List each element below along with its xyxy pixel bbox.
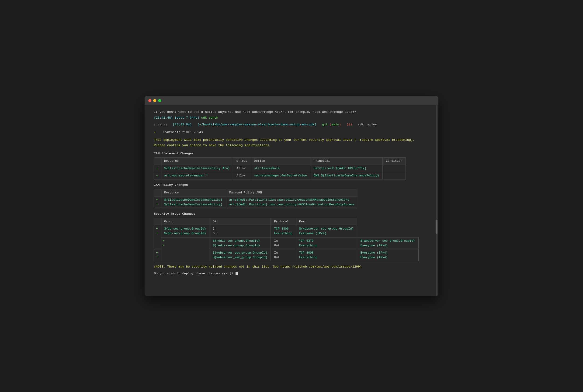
synth-timestamp: [23:41:48] <box>154 116 173 120</box>
synthesis-line: ✦ Synthesis time: 2.94s <box>154 130 429 135</box>
iam-stmt-action-1: sts:AssumeRole <box>251 165 310 172</box>
sg-peer-redis: ${webserver_sec_group.GroupId}Everyone (… <box>357 237 418 249</box>
sg-group-redis: ${redis-sec-group.GroupId}${redis-sec-gr… <box>209 237 271 249</box>
security-group-table: Group Dir Protocol Peer ++ ${db-sec-grou… <box>154 218 419 261</box>
git-label: git <box>322 123 328 126</box>
iam-stmt-col-action: Action <box>251 158 310 165</box>
terminal-window: If you don't want to see a notice anymor… <box>145 96 438 296</box>
sg-col-peer: Peer <box>296 218 357 225</box>
deploy-cmd: cdk deploy <box>358 123 377 126</box>
iam-stmt-plus-2: + <box>154 172 161 179</box>
scrollbar-track[interactable] <box>436 105 437 296</box>
sg-col-dir: Dir <box>209 218 271 225</box>
sg-dir-redis: InOut <box>271 237 296 249</box>
iam-policy-header: IAM Policy Changes <box>154 183 429 188</box>
iam-statement-header: IAM Statement Changes <box>154 151 429 156</box>
iam-pol-plus-1: ++ <box>154 196 161 208</box>
cursor <box>236 272 238 275</box>
sg-peer-db: ${webserver_sec_group.GroupId}Everyone (… <box>296 225 357 237</box>
spark-icon: ✦ <box>154 130 156 134</box>
note-line: (NOTE: There may be security-related cha… <box>154 264 429 270</box>
iam-pol-arn-1: arn:${AWS::Partition}:iam::aws:policy/Am… <box>226 196 358 208</box>
deploy-path: [~/hantzlabs/aws-samples/amazon-elastica… <box>197 123 316 126</box>
sg-dir-webserver: InOut <box>271 249 296 261</box>
sg-dir-db: InOut <box>209 225 271 237</box>
iam-stmt-col-effect: Effect <box>233 158 251 165</box>
iam-stmt-action-2: secretsmanager:GetSecretValue <box>251 172 310 179</box>
iam-pol-col-resource: Resource <box>161 189 226 196</box>
iam-stmt-condition-1 <box>382 165 405 172</box>
sg-row-db-in: ++ ${db-sec-group.GroupId}${db-sec-group… <box>154 225 419 237</box>
iam-pol-col-arn: Managed Policy ARN <box>226 189 358 196</box>
deploy-timestamp: [23:42:04] <box>173 123 192 126</box>
iam-stmt-row-2: + arn:aws:secretsmanager:* Allow secrets… <box>154 172 406 179</box>
terminal-body: If you don't want to see a notice anymor… <box>145 105 438 283</box>
synth-timestamp-line: [23:41:48] [cost 7.344s] cdk synth <box>154 116 429 120</box>
titlebar <box>145 96 438 105</box>
iam-stmt-effect-2: Allow <box>233 172 251 179</box>
iam-stmt-principal-1: Service:ec2.${AWS::URLSuffix} <box>310 165 382 172</box>
sg-group-db: ${db-sec-group.GroupId}${db-sec-group.Gr… <box>161 225 209 237</box>
sg-col-plus <box>154 218 161 225</box>
iam-stmt-resource-2: arn:aws:secretsmanager:* <box>161 172 233 179</box>
iam-stmt-effect-1: Allow <box>233 165 251 172</box>
iam-stmt-resource-1: ${ElasticacheDemoInstancePolicy.Arn} <box>161 165 233 172</box>
warning-line-2: Please confirm you intend to make the fo… <box>154 143 429 148</box>
scrollbar-thumb[interactable] <box>436 220 437 234</box>
minimize-button[interactable] <box>153 99 156 102</box>
iam-stmt-condition-2 <box>382 172 405 179</box>
git-branch-name: main <box>332 123 339 126</box>
venv-label: (.venv) <box>154 123 167 126</box>
sg-plus-webserver: ++ <box>154 249 161 261</box>
sg-col-protocol: Protocol <box>271 218 296 225</box>
synthesis-time: Synthesis time: 2.94s <box>164 130 203 134</box>
synth-cmd: cdk synth <box>201 116 218 120</box>
iam-pol-col-plus <box>154 189 161 196</box>
iam-pol-resource-1: ${ElasticacheDemoInstancePolicy}${Elasti… <box>161 196 226 208</box>
sg-plus-db: ++ <box>154 225 161 249</box>
warning-line-1: This deployment will make potentially se… <box>154 138 429 143</box>
iam-policy-table: Resource Managed Policy ARN ++ ${Elastic… <box>154 189 358 208</box>
deploy-cmd-line: (.venv) [23:42:04] [~/hantzlabs/aws-samp… <box>154 122 429 127</box>
iam-stmt-col-resource: Resource <box>161 158 233 165</box>
sg-protocol-db: TCP 3306Everything <box>271 225 296 237</box>
iam-stmt-principal-2: AWS:${ElasticacheDemoInstancePolicy} <box>310 172 382 179</box>
iam-stmt-col-plus <box>154 158 161 165</box>
sg-col-group: Group <box>161 218 209 225</box>
maximize-button[interactable] <box>158 99 161 102</box>
sg-row-redis: ++ ${redis-sec-group.GroupId}${redis-sec… <box>154 237 419 249</box>
sg-protocol-webserver: TCP 8008Everything <box>296 249 357 261</box>
iam-statement-table: Resource Effect Action Principal Conditi… <box>154 157 406 179</box>
security-group-header: Security Group Changes <box>154 212 429 216</box>
sg-group-webserver: ${webserver_sec_group.GroupId}${webserve… <box>209 249 271 261</box>
git-arrows: ❯❯❯ <box>347 123 352 126</box>
close-button[interactable] <box>148 99 151 102</box>
sg-peer-webserver: Everyone (IPv4)Everyone (IPv4) <box>357 249 418 261</box>
synth-cost: [cost 7.344s] <box>175 116 199 120</box>
iam-stmt-col-principal: Principal <box>310 158 382 165</box>
iam-stmt-row-1: + ${ElasticacheDemoInstancePolicy.Arn} A… <box>154 165 406 172</box>
notice-line: If you don't want to see a notice anymor… <box>154 110 429 115</box>
iam-pol-row-1: ++ ${ElasticacheDemoInstancePolicy}${Ela… <box>154 196 358 208</box>
iam-stmt-col-condition: Condition <box>382 158 405 165</box>
iam-stmt-plus-1: + <box>154 165 161 172</box>
sg-plus-redis: ++ <box>161 237 209 261</box>
prompt-line: Do you wish to deploy these changes (y/n… <box>154 271 429 276</box>
sg-protocol-redis: TCP 6379Everything <box>296 237 357 249</box>
